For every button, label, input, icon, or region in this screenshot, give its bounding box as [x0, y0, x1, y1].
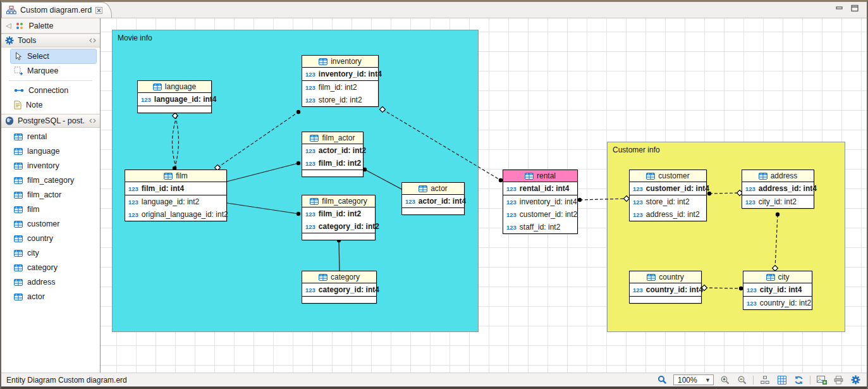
entity-column[interactable]: 123original_language_id: int2 [125, 208, 226, 221]
print-icon[interactable] [833, 374, 845, 386]
entity-column[interactable]: 123customer_id: int2 [503, 208, 577, 221]
table-item-country[interactable]: country [11, 232, 96, 245]
entity-pk-column[interactable]: 123category_id: int2 [302, 220, 375, 233]
entity-pk-column[interactable]: 123category_id: int4 [302, 283, 376, 296]
table-item-inventory[interactable]: inventory [11, 159, 96, 173]
table-item-actor[interactable]: actor [11, 290, 96, 304]
entity-pk-column[interactable]: 123inventory_id: int4 [302, 68, 378, 80]
entity-address[interactable]: address123address_id: int4123city_id: in… [742, 170, 814, 209]
entity-header[interactable]: customer [630, 170, 706, 182]
zoom-in-icon[interactable] [719, 374, 731, 386]
entity-pk-column[interactable]: 123country_id: int4 [630, 283, 701, 296]
pin-palette-icon[interactable] [89, 38, 96, 43]
palette-tool-note[interactable]: Note [11, 98, 96, 112]
pin-db-icon[interactable] [89, 118, 96, 123]
table-item-label: language [27, 147, 59, 156]
entity-city[interactable]: city123city_id: int4123country_id: int2 [743, 271, 812, 310]
entity-header[interactable]: city [743, 271, 812, 283]
entity-column[interactable]: 123film_id: int2 [302, 81, 378, 94]
entity-pk-column[interactable]: 123film_id: int2 [302, 157, 363, 170]
column-label: category_id: int2 [319, 222, 379, 231]
collapse-palette-icon[interactable]: ◁ [6, 22, 11, 30]
table-icon [14, 279, 23, 286]
palette-tool-marquee[interactable]: Marquee [11, 64, 96, 78]
column-label: address_id: int2 [646, 210, 700, 219]
table-icon [14, 177, 23, 184]
entity-pk-column[interactable]: 123rental_id: int4 [503, 182, 577, 195]
entity-empty-section [302, 170, 363, 176]
entity-category[interactable]: category123category_id: int4 [302, 271, 377, 304]
entity-header[interactable]: category [302, 271, 376, 283]
entity-column[interactable]: 123address_id: int2 [630, 208, 706, 221]
entity-language[interactable]: language123language_id: int4 [137, 80, 212, 113]
entity-column[interactable]: 123store_id: int2 [302, 94, 378, 106]
table-item-city[interactable]: city [11, 246, 96, 260]
window-bottom-edge [1, 386, 867, 389]
entity-column[interactable]: 123inventory_id: int4 [503, 195, 577, 208]
entity-column[interactable]: 123city_id: int2 [742, 195, 814, 208]
refresh-icon[interactable] [793, 374, 805, 386]
entity-pk-column[interactable]: 123film_id: int4 [125, 182, 226, 195]
entity-pk-column[interactable]: 123actor_id: int4 [402, 195, 464, 207]
entity-actor[interactable]: actor123actor_id: int4 [401, 182, 465, 215]
zoom-level-select[interactable]: 100% ▼ [673, 374, 714, 385]
entity-film_actor[interactable]: film_actor123actor_id: int2123film_id: i… [302, 132, 364, 177]
region-label: Customer info [613, 145, 660, 154]
entity-pk-column[interactable]: 123actor_id: int2 [302, 144, 363, 157]
entity-film_category[interactable]: film_category123film_id: int2123category… [302, 195, 376, 240]
column-label: staff_id: int2 [520, 223, 561, 232]
entity-column[interactable]: 123store_id: int2 [630, 195, 706, 208]
entity-header[interactable]: film [125, 170, 226, 182]
palette-tool-connection[interactable]: Connection [11, 83, 96, 97]
entity-header[interactable]: address [742, 170, 814, 182]
table-item-film[interactable]: film [11, 202, 96, 216]
table-item-label: actor [27, 292, 45, 301]
minimize-view-icon[interactable] [836, 4, 843, 12]
diagram-canvas[interactable]: Movie infoCustomer infolanguage123langua… [101, 18, 867, 373]
entity-header[interactable]: language [138, 81, 211, 93]
marquee-icon [14, 66, 23, 75]
tool-label: Select [27, 52, 49, 61]
entity-header[interactable]: actor [402, 183, 464, 195]
table-item-rental[interactable]: rental [11, 130, 96, 144]
entity-customer[interactable]: customer123customer_id: int4123store_id:… [629, 170, 707, 221]
entity-rental[interactable]: rental123rental_id: int4123inventory_id:… [503, 170, 578, 234]
entity-header[interactable]: country [630, 271, 701, 283]
entity-pk-column[interactable]: 123address_id: int4 [742, 182, 814, 195]
table-item-language[interactable]: language [11, 144, 96, 158]
maximize-view-icon[interactable] [851, 4, 859, 12]
column-label: original_language_id: int2 [142, 210, 228, 219]
palette-tool-select[interactable]: Select [11, 49, 96, 63]
save-image-icon[interactable] [816, 374, 828, 386]
entity-pk-column[interactable]: 123film_id: int2 [302, 207, 375, 220]
entity-inventory[interactable]: inventory123inventory_id: int4123film_id… [302, 55, 379, 107]
entity-pk-column[interactable]: 123city_id: int4 [743, 283, 812, 296]
column-label: city_id: int2 [759, 197, 797, 206]
tools-section-header[interactable]: Tools [1, 34, 100, 47]
tab-close-icon[interactable] [95, 7, 102, 14]
zoom-out-icon[interactable] [736, 374, 748, 386]
table-item-category[interactable]: category [11, 261, 96, 275]
entity-column[interactable]: 123country_id: int2 [743, 297, 812, 309]
db-section-header[interactable]: PostgreSQL - post... [1, 114, 100, 128]
table-item-address[interactable]: address [11, 275, 96, 289]
entity-header[interactable]: film_category [302, 195, 375, 207]
entity-pk-column[interactable]: 123language_id: int4 [138, 93, 211, 106]
column-label: customer_id: int2 [520, 210, 577, 219]
search-icon[interactable] [656, 374, 668, 386]
auto-layout-icon[interactable] [759, 374, 771, 386]
table-item-customer[interactable]: customer [11, 217, 96, 231]
entity-pk-column[interactable]: 123customer_id: int4 [630, 182, 706, 195]
entity-film[interactable]: film123film_id: int4123language_id: int2… [125, 170, 227, 221]
entity-header[interactable]: inventory [302, 56, 378, 68]
tab-custom-diagram[interactable]: Custom diagram.erd [1, 2, 112, 18]
entity-header[interactable]: film_actor [302, 132, 363, 144]
entity-header[interactable]: rental [503, 170, 577, 182]
table-item-film_category[interactable]: film_category [11, 173, 96, 187]
entity-column[interactable]: 123language_id: int2 [125, 195, 226, 208]
toggle-grid-icon[interactable] [776, 374, 788, 386]
settings-gear-icon[interactable] [850, 374, 862, 386]
entity-country[interactable]: country123country_id: int4 [629, 271, 702, 304]
table-item-film_actor[interactable]: film_actor [11, 188, 96, 202]
entity-column[interactable]: 123staff_id: int2 [503, 221, 577, 233]
